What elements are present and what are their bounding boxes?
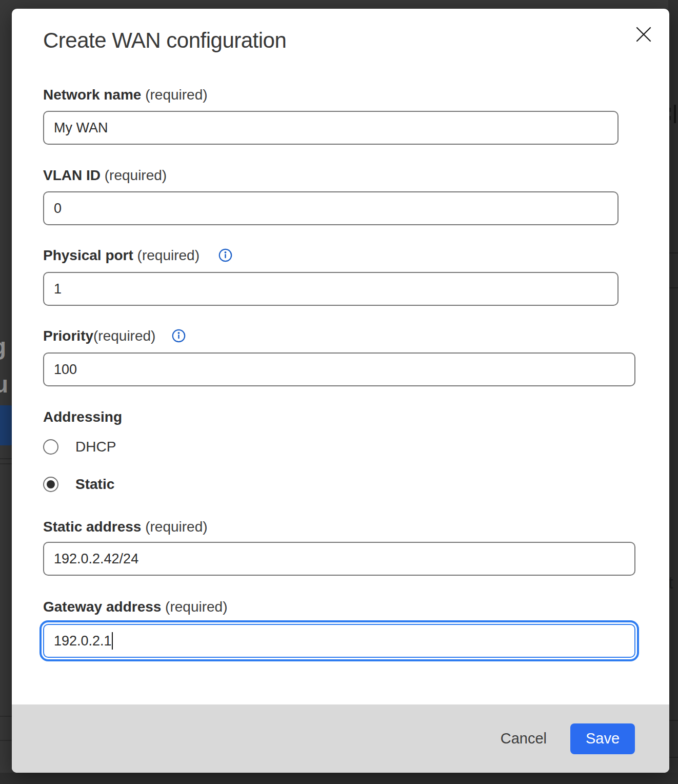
- priority-label: Priority(required): [43, 327, 186, 344]
- gateway-address-field: [43, 624, 635, 658]
- radio-label: DHCP: [75, 439, 116, 455]
- save-button[interactable]: Save: [570, 723, 635, 754]
- physical-port-input[interactable]: [43, 272, 619, 306]
- priority-info-icon[interactable]: [172, 329, 186, 343]
- physical-port-info-icon[interactable]: [218, 248, 232, 262]
- vlan-id-label: VLAN ID (required): [43, 167, 167, 184]
- radio-option-static[interactable]: Static: [43, 476, 114, 493]
- bg-text-fragment: u: [0, 370, 8, 398]
- bg-table-line: [0, 716, 12, 717]
- bg-table-line: [0, 458, 12, 459]
- cancel-button[interactable]: Cancel: [501, 730, 547, 747]
- bg-table-line: [668, 287, 678, 288]
- priority-input[interactable]: [43, 352, 635, 386]
- bg-table-line: [0, 740, 12, 741]
- gateway-address-input[interactable]: [43, 624, 635, 658]
- vlan-id-input[interactable]: [43, 191, 619, 225]
- static-address-label: Static address (required): [43, 518, 208, 535]
- x-icon: [635, 26, 652, 43]
- overlay-right-strip: t: [668, 0, 678, 784]
- radio-icon: [43, 439, 58, 455]
- bg-text-fragment: [674, 105, 676, 123]
- addressing-heading: Addressing: [43, 409, 122, 425]
- network-name-input[interactable]: [43, 111, 619, 145]
- create-wan-dialog: Create WAN configuration Network name (r…: [12, 9, 669, 773]
- radio-icon: [43, 477, 58, 492]
- radio-label: Static: [75, 476, 114, 493]
- network-name-label: Network name (required): [43, 86, 208, 103]
- gateway-address-label: Gateway address (required): [43, 598, 228, 615]
- bg-table-line: [668, 252, 678, 253]
- close-icon[interactable]: [632, 23, 655, 46]
- static-address-input[interactable]: [43, 542, 635, 576]
- bg-table-line: [668, 757, 678, 758]
- dialog-footer: Cancel Save: [12, 704, 669, 773]
- bg-table-line: [0, 463, 12, 464]
- overlay-bottom-strip: [0, 773, 678, 784]
- dialog-title: Create WAN configuration: [43, 28, 286, 53]
- bg-text-fragment: g: [0, 332, 6, 360]
- text-cursor: [112, 632, 113, 650]
- radio-option-dhcp[interactable]: DHCP: [43, 439, 116, 455]
- bg-table-line: [668, 720, 678, 721]
- physical-port-label: Physical port (required): [43, 247, 232, 264]
